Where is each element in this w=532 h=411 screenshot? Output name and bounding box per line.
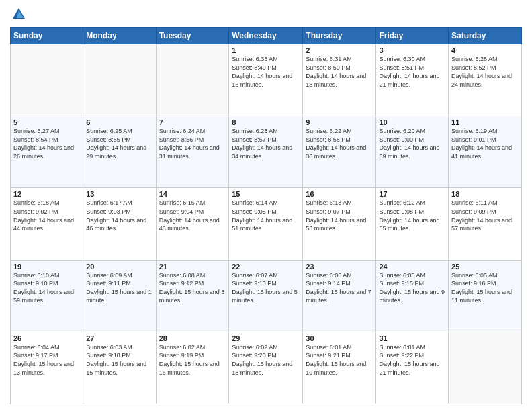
day-number: 30 <box>306 334 373 342</box>
day-cell <box>11 44 83 116</box>
day-info: Sunrise: 6:14 AM Sunset: 9:05 PM Dayligh… <box>232 199 300 232</box>
day-info: Sunrise: 6:28 AM Sunset: 8:52 PM Dayligh… <box>451 55 519 89</box>
day-number: 13 <box>86 190 152 198</box>
day-number: 19 <box>13 263 80 271</box>
day-number: 4 <box>451 46 519 54</box>
day-cell: 28Sunrise: 6:02 AM Sunset: 9:19 PM Dayli… <box>156 332 229 404</box>
day-number: 26 <box>13 334 80 342</box>
day-cell: 1Sunrise: 6:33 AM Sunset: 8:49 PM Daylig… <box>229 44 303 116</box>
day-info: Sunrise: 6:05 AM Sunset: 9:16 PM Dayligh… <box>451 271 519 305</box>
day-number: 2 <box>306 46 373 54</box>
day-info: Sunrise: 6:05 AM Sunset: 9:15 PM Dayligh… <box>379 271 445 305</box>
day-cell: 26Sunrise: 6:04 AM Sunset: 9:17 PM Dayli… <box>11 332 83 404</box>
day-number: 3 <box>379 46 445 54</box>
day-info: Sunrise: 6:03 AM Sunset: 9:18 PM Dayligh… <box>86 343 152 377</box>
weekday-header-thursday: Thursday <box>303 28 376 44</box>
day-cell: 6Sunrise: 6:25 AM Sunset: 8:55 PM Daylig… <box>83 116 156 188</box>
day-cell: 29Sunrise: 6:02 AM Sunset: 9:20 PM Dayli… <box>229 332 303 404</box>
weekday-header-row: SundayMondayTuesdayWednesdayThursdayFrid… <box>11 28 522 44</box>
day-number: 17 <box>379 190 445 198</box>
logo-icon <box>11 7 26 21</box>
day-info: Sunrise: 6:06 AM Sunset: 9:14 PM Dayligh… <box>306 271 373 305</box>
day-info: Sunrise: 6:15 AM Sunset: 9:04 PM Dayligh… <box>159 199 226 232</box>
day-number: 8 <box>232 118 300 126</box>
day-number: 24 <box>379 263 445 271</box>
week-row-2: 12Sunrise: 6:18 AM Sunset: 9:02 PM Dayli… <box>11 188 522 260</box>
day-cell: 15Sunrise: 6:14 AM Sunset: 9:05 PM Dayli… <box>229 188 303 260</box>
day-info: Sunrise: 6:23 AM Sunset: 8:57 PM Dayligh… <box>232 127 300 161</box>
day-info: Sunrise: 6:27 AM Sunset: 8:54 PM Dayligh… <box>13 127 80 161</box>
week-row-0: 1Sunrise: 6:33 AM Sunset: 8:49 PM Daylig… <box>11 44 522 116</box>
day-number: 16 <box>306 190 373 198</box>
day-cell: 23Sunrise: 6:06 AM Sunset: 9:14 PM Dayli… <box>303 260 376 332</box>
day-info: Sunrise: 6:33 AM Sunset: 8:49 PM Dayligh… <box>232 55 300 89</box>
day-cell: 19Sunrise: 6:10 AM Sunset: 9:10 PM Dayli… <box>11 260 83 332</box>
day-number: 1 <box>232 46 300 54</box>
day-number: 27 <box>86 334 152 342</box>
day-cell: 27Sunrise: 6:03 AM Sunset: 9:18 PM Dayli… <box>83 332 156 404</box>
day-cell: 21Sunrise: 6:08 AM Sunset: 9:12 PM Dayli… <box>156 260 229 332</box>
week-row-1: 5Sunrise: 6:27 AM Sunset: 8:54 PM Daylig… <box>11 116 522 188</box>
day-cell: 16Sunrise: 6:13 AM Sunset: 9:07 PM Dayli… <box>303 188 376 260</box>
day-cell: 12Sunrise: 6:18 AM Sunset: 9:02 PM Dayli… <box>11 188 83 260</box>
weekday-header-saturday: Saturday <box>449 28 522 44</box>
calendar-table: SundayMondayTuesdayWednesdayThursdayFrid… <box>10 27 522 404</box>
day-number: 28 <box>159 334 226 342</box>
day-cell: 11Sunrise: 6:19 AM Sunset: 9:01 PM Dayli… <box>449 116 522 188</box>
day-cell: 5Sunrise: 6:27 AM Sunset: 8:54 PM Daylig… <box>11 116 83 188</box>
day-info: Sunrise: 6:07 AM Sunset: 9:13 PM Dayligh… <box>232 271 300 305</box>
day-info: Sunrise: 6:18 AM Sunset: 9:02 PM Dayligh… <box>13 199 80 232</box>
day-cell <box>83 44 156 116</box>
day-info: Sunrise: 6:04 AM Sunset: 9:17 PM Dayligh… <box>13 343 80 377</box>
day-number: 5 <box>13 118 80 126</box>
day-info: Sunrise: 6:20 AM Sunset: 9:00 PM Dayligh… <box>379 127 445 161</box>
weekday-header-tuesday: Tuesday <box>156 28 229 44</box>
day-number: 15 <box>232 190 300 198</box>
day-number: 21 <box>159 263 226 271</box>
logo <box>10 7 26 21</box>
day-info: Sunrise: 6:13 AM Sunset: 9:07 PM Dayligh… <box>306 199 373 232</box>
day-info: Sunrise: 6:01 AM Sunset: 9:22 PM Dayligh… <box>379 343 445 377</box>
day-cell: 24Sunrise: 6:05 AM Sunset: 9:15 PM Dayli… <box>376 260 449 332</box>
day-number: 31 <box>379 334 445 342</box>
day-cell: 9Sunrise: 6:22 AM Sunset: 8:58 PM Daylig… <box>303 116 376 188</box>
day-info: Sunrise: 6:12 AM Sunset: 9:08 PM Dayligh… <box>379 199 445 232</box>
day-info: Sunrise: 6:25 AM Sunset: 8:55 PM Dayligh… <box>86 127 152 161</box>
weekday-header-friday: Friday <box>376 28 449 44</box>
day-number: 23 <box>306 263 373 271</box>
day-info: Sunrise: 6:02 AM Sunset: 9:20 PM Dayligh… <box>232 343 300 377</box>
header <box>10 7 522 21</box>
day-number: 9 <box>306 118 373 126</box>
day-number: 14 <box>159 190 226 198</box>
day-cell: 18Sunrise: 6:11 AM Sunset: 9:09 PM Dayli… <box>449 188 522 260</box>
day-number: 29 <box>232 334 300 342</box>
day-number: 18 <box>451 190 519 198</box>
day-info: Sunrise: 6:01 AM Sunset: 9:21 PM Dayligh… <box>306 343 373 377</box>
day-cell: 13Sunrise: 6:17 AM Sunset: 9:03 PM Dayli… <box>83 188 156 260</box>
day-cell: 20Sunrise: 6:09 AM Sunset: 9:11 PM Dayli… <box>83 260 156 332</box>
weekday-header-wednesday: Wednesday <box>229 28 303 44</box>
day-number: 11 <box>451 118 519 126</box>
day-cell: 3Sunrise: 6:30 AM Sunset: 8:51 PM Daylig… <box>376 44 449 116</box>
week-row-3: 19Sunrise: 6:10 AM Sunset: 9:10 PM Dayli… <box>11 260 522 332</box>
day-cell: 30Sunrise: 6:01 AM Sunset: 9:21 PM Dayli… <box>303 332 376 404</box>
week-row-4: 26Sunrise: 6:04 AM Sunset: 9:17 PM Dayli… <box>11 332 522 404</box>
day-info: Sunrise: 6:08 AM Sunset: 9:12 PM Dayligh… <box>159 271 226 305</box>
day-info: Sunrise: 6:19 AM Sunset: 9:01 PM Dayligh… <box>451 127 519 161</box>
day-number: 25 <box>451 263 519 271</box>
day-info: Sunrise: 6:09 AM Sunset: 9:11 PM Dayligh… <box>86 271 152 305</box>
day-info: Sunrise: 6:10 AM Sunset: 9:10 PM Dayligh… <box>13 271 80 305</box>
day-cell: 31Sunrise: 6:01 AM Sunset: 9:22 PM Dayli… <box>376 332 449 404</box>
day-cell: 7Sunrise: 6:24 AM Sunset: 8:56 PM Daylig… <box>156 116 229 188</box>
day-cell <box>449 332 522 404</box>
day-cell: 4Sunrise: 6:28 AM Sunset: 8:52 PM Daylig… <box>449 44 522 116</box>
day-number: 10 <box>379 118 445 126</box>
day-info: Sunrise: 6:31 AM Sunset: 8:50 PM Dayligh… <box>306 55 373 89</box>
weekday-header-monday: Monday <box>83 28 156 44</box>
day-cell: 10Sunrise: 6:20 AM Sunset: 9:00 PM Dayli… <box>376 116 449 188</box>
page: SundayMondayTuesdayWednesdayThursdayFrid… <box>0 0 532 411</box>
day-cell: 8Sunrise: 6:23 AM Sunset: 8:57 PM Daylig… <box>229 116 303 188</box>
day-info: Sunrise: 6:24 AM Sunset: 8:56 PM Dayligh… <box>159 127 226 161</box>
day-number: 12 <box>13 190 80 198</box>
day-number: 22 <box>232 263 300 271</box>
